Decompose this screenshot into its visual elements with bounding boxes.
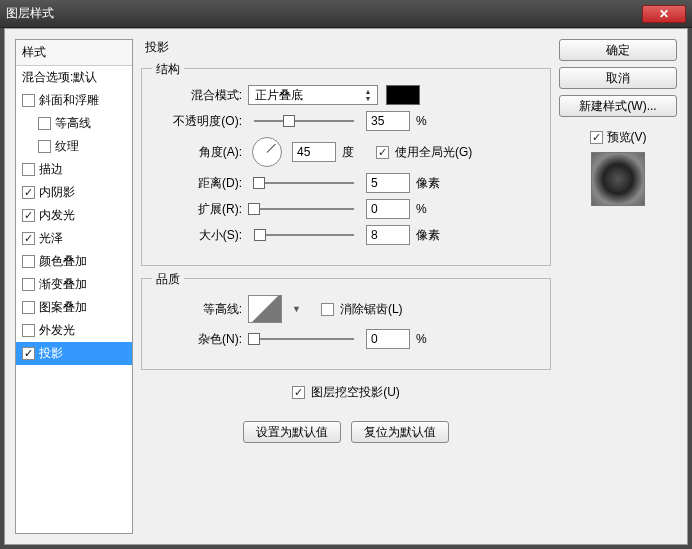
style-label: 内阴影 xyxy=(39,184,75,201)
style-label: 投影 xyxy=(39,345,63,362)
knockout-label: 图层挖空投影(U) xyxy=(311,384,400,401)
style-label: 渐变叠加 xyxy=(39,276,87,293)
structure-label: 结构 xyxy=(152,61,184,78)
style-item-contour[interactable]: 等高线 xyxy=(16,112,132,135)
blend-options-label: 混合选项:默认 xyxy=(22,69,97,86)
angle-unit: 度 xyxy=(342,144,370,161)
style-label: 等高线 xyxy=(55,115,91,132)
checkbox[interactable] xyxy=(38,117,51,130)
style-item-color-overlay[interactable]: 颜色叠加 xyxy=(16,250,132,273)
style-item-bevel[interactable]: 斜面和浮雕 xyxy=(16,89,132,112)
style-item-drop-shadow[interactable]: 投影 xyxy=(16,342,132,365)
style-item-stroke[interactable]: 描边 xyxy=(16,158,132,181)
angle-input[interactable] xyxy=(292,142,336,162)
distance-row: 距离(D): 像素 xyxy=(156,173,536,193)
style-item-inner-glow[interactable]: 内发光 xyxy=(16,204,132,227)
distance-unit: 像素 xyxy=(416,175,444,192)
blend-mode-label: 混合模式: xyxy=(156,87,242,104)
slider-thumb[interactable] xyxy=(248,333,260,345)
angle-row: 角度(A): 度 使用全局光(G) xyxy=(156,137,536,167)
slider-thumb[interactable] xyxy=(283,115,295,127)
opacity-label: 不透明度(O): xyxy=(156,113,242,130)
slider-thumb[interactable] xyxy=(254,229,266,241)
slider-thumb[interactable] xyxy=(253,177,265,189)
noise-input[interactable] xyxy=(366,329,410,349)
default-buttons-row: 设置为默认值 复位为默认值 xyxy=(141,421,551,443)
spread-label: 扩展(R): xyxy=(156,201,242,218)
checkbox[interactable] xyxy=(22,186,35,199)
cancel-button[interactable]: 取消 xyxy=(559,67,677,89)
structure-group: 结构 混合模式: 正片叠底 ▲▼ 不透明度(O): % 角度(A) xyxy=(141,68,551,266)
style-item-pattern-overlay[interactable]: 图案叠加 xyxy=(16,296,132,319)
checkbox[interactable] xyxy=(22,209,35,222)
opacity-input[interactable] xyxy=(366,111,410,131)
panel-title: 投影 xyxy=(141,39,551,56)
knockout-checkbox[interactable] xyxy=(292,386,305,399)
noise-row: 杂色(N): % xyxy=(156,329,536,349)
checkbox[interactable] xyxy=(22,324,35,337)
checkbox[interactable] xyxy=(22,278,35,291)
ok-button[interactable]: 确定 xyxy=(559,39,677,61)
size-label: 大小(S): xyxy=(156,227,242,244)
opacity-slider[interactable] xyxy=(254,114,354,128)
knockout-row: 图层挖空投影(U) xyxy=(141,384,551,401)
distance-input[interactable] xyxy=(366,173,410,193)
chevron-down-icon[interactable]: ▼ xyxy=(292,304,301,314)
checkbox[interactable] xyxy=(38,140,51,153)
checkbox[interactable] xyxy=(22,347,35,360)
spread-input[interactable] xyxy=(366,199,410,219)
size-unit: 像素 xyxy=(416,227,444,244)
preview-checkbox[interactable] xyxy=(590,131,603,144)
spread-slider[interactable] xyxy=(254,202,354,216)
size-row: 大小(S): 像素 xyxy=(156,225,536,245)
style-label: 内发光 xyxy=(39,207,75,224)
opacity-unit: % xyxy=(416,114,444,128)
checkbox[interactable] xyxy=(22,255,35,268)
style-item-outer-glow[interactable]: 外发光 xyxy=(16,319,132,342)
antialias-label: 消除锯齿(L) xyxy=(340,301,403,318)
styles-header[interactable]: 样式 xyxy=(16,40,132,66)
blend-mode-value: 正片叠底 xyxy=(255,87,303,104)
style-item-satin[interactable]: 光泽 xyxy=(16,227,132,250)
style-label: 外发光 xyxy=(39,322,75,339)
updown-icon: ▲▼ xyxy=(361,88,375,102)
style-item-inner-shadow[interactable]: 内阴影 xyxy=(16,181,132,204)
global-light-checkbox[interactable] xyxy=(376,146,389,159)
angle-dial[interactable] xyxy=(252,137,282,167)
new-style-button[interactable]: 新建样式(W)... xyxy=(559,95,677,117)
title-bar: 图层样式 ✕ xyxy=(0,0,692,28)
noise-unit: % xyxy=(416,332,444,346)
blend-mode-select[interactable]: 正片叠底 ▲▼ xyxy=(248,85,378,105)
style-item-gradient-overlay[interactable]: 渐变叠加 xyxy=(16,273,132,296)
style-label: 颜色叠加 xyxy=(39,253,87,270)
noise-slider[interactable] xyxy=(254,332,354,346)
blend-options-row[interactable]: 混合选项:默认 xyxy=(16,66,132,89)
antialias-checkbox[interactable] xyxy=(321,303,334,316)
blend-mode-row: 混合模式: 正片叠底 ▲▼ xyxy=(156,85,536,105)
checkbox[interactable] xyxy=(22,94,35,107)
checkbox[interactable] xyxy=(22,232,35,245)
style-label: 光泽 xyxy=(39,230,63,247)
window-title: 图层样式 xyxy=(6,5,54,22)
set-default-button[interactable]: 设置为默认值 xyxy=(243,421,341,443)
contour-picker[interactable] xyxy=(248,295,282,323)
style-label: 描边 xyxy=(39,161,63,178)
slider-thumb[interactable] xyxy=(248,203,260,215)
distance-slider[interactable] xyxy=(254,176,354,190)
settings-panel: 投影 结构 混合模式: 正片叠底 ▲▼ 不透明度(O): % xyxy=(141,39,551,534)
styles-list: 样式 混合选项:默认 斜面和浮雕 等高线 纹理 描边 内阴 xyxy=(15,39,133,534)
quality-label: 品质 xyxy=(152,271,184,288)
spread-row: 扩展(R): % xyxy=(156,199,536,219)
style-item-texture[interactable]: 纹理 xyxy=(16,135,132,158)
preview-thumbnail xyxy=(591,152,645,206)
quality-group: 品质 等高线: ▼ 消除锯齿(L) 杂色(N): % xyxy=(141,278,551,370)
reset-default-button[interactable]: 复位为默认值 xyxy=(351,421,449,443)
right-column: 确定 取消 新建样式(W)... 预览(V) xyxy=(559,39,677,534)
size-slider[interactable] xyxy=(254,228,354,242)
close-button[interactable]: ✕ xyxy=(642,5,686,23)
shadow-color-swatch[interactable] xyxy=(386,85,420,105)
size-input[interactable] xyxy=(366,225,410,245)
checkbox[interactable] xyxy=(22,163,35,176)
preview-section: 预览(V) xyxy=(559,129,677,206)
checkbox[interactable] xyxy=(22,301,35,314)
